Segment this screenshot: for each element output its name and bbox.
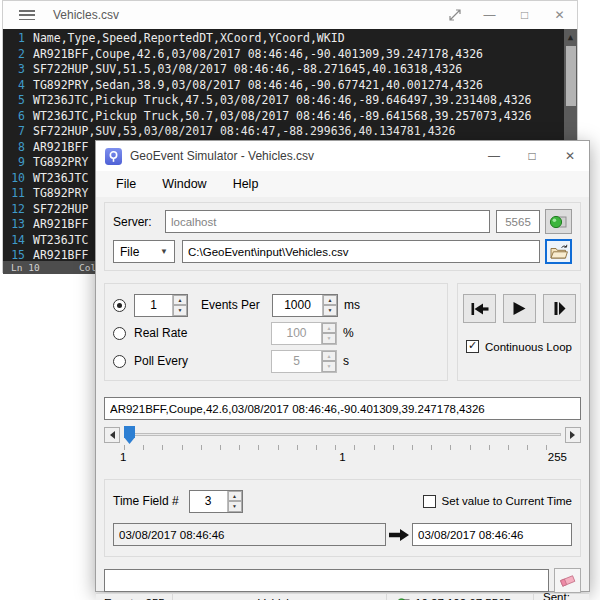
events-count-spinner[interactable]: 1 ▲▼ xyxy=(134,294,188,317)
sim-statusbar: Events: 255 Vehicles 10.27.102.67:5565 S… xyxy=(96,593,589,600)
time-field-label: Time Field # xyxy=(113,494,179,508)
screen: Vehicles.csv ― □ ✕ 1Name,Type,Speed,Repo… xyxy=(0,0,600,600)
maximize-icon[interactable]: □ xyxy=(507,1,542,29)
editor-line: 1Name,Type,Speed,ReportedDT,XCoord,YCoor… xyxy=(3,31,577,47)
editor-line: 2AR921BFF,Coupe,42.6,03/08/2017 08:46:46… xyxy=(3,47,577,63)
server-label: Server: xyxy=(113,215,165,229)
poll-every-label: Poll Every xyxy=(134,354,271,368)
sim-body: Server: File ▼ xyxy=(96,198,589,593)
slider-min-label: 1 xyxy=(120,451,126,463)
step-forward-button[interactable] xyxy=(543,294,576,323)
slider-track[interactable] xyxy=(122,426,563,444)
server-group: Server: File ▼ xyxy=(104,202,581,271)
spinner-down-icon[interactable]: ▼ xyxy=(173,305,187,316)
menu-help[interactable]: Help xyxy=(223,173,269,195)
fullscreen-icon[interactable] xyxy=(437,1,472,29)
status-simulation-name: Vehicles xyxy=(173,594,387,600)
sim-titlebar[interactable]: GeoEvent Simulator - Vehicles.csv ― □ ✕ xyxy=(96,141,589,171)
slider-thumb[interactable] xyxy=(124,426,135,444)
file-path-input[interactable] xyxy=(182,240,540,263)
poll-every-unit: s xyxy=(343,354,349,368)
slider-ticks xyxy=(124,445,561,450)
right-arrow-icon xyxy=(570,431,579,439)
editor-line: 7SF722HUP,SUV,53,03/08/2017 08:46:47,-88… xyxy=(3,124,577,140)
connect-button[interactable] xyxy=(545,209,572,234)
time-to-field[interactable] xyxy=(412,523,572,546)
open-folder-icon xyxy=(550,244,568,259)
maximize-icon[interactable]: □ xyxy=(513,141,551,171)
geoevent-app-icon xyxy=(105,148,122,165)
scrollbar-thumb[interactable] xyxy=(566,46,576,106)
scroll-up-icon[interactable]: ▲ xyxy=(564,29,577,44)
status-sent-count: Sent: 0 xyxy=(534,594,589,600)
real-rate-label: Real Rate xyxy=(134,326,271,340)
spinner-up-icon: ▲ xyxy=(322,323,336,334)
chevron-down-icon: ▼ xyxy=(160,247,168,256)
status-connection: 10.27.102.67:5565 xyxy=(387,594,534,600)
set-current-time-label: Set value to Current Time xyxy=(442,495,572,507)
message-field[interactable] xyxy=(104,569,549,592)
radio-poll-every[interactable] xyxy=(113,355,126,368)
playback-group: Continuous Loop xyxy=(457,283,581,381)
connect-icon xyxy=(549,214,568,230)
minimize-icon[interactable]: ― xyxy=(475,141,513,171)
editor-window-title: Vehicles.csv xyxy=(53,8,119,22)
radio-events-per[interactable] xyxy=(113,299,126,312)
editor-line: 5WT236JTC,Pickup Truck,47.5,03/08/2017 0… xyxy=(3,93,577,109)
server-host-input[interactable] xyxy=(165,210,490,233)
play-button[interactable] xyxy=(503,294,536,323)
step-forward-icon xyxy=(552,301,567,316)
event-preview-field[interactable] xyxy=(104,397,581,420)
eraser-icon xyxy=(559,574,576,587)
spinner-up-icon[interactable]: ▲ xyxy=(228,491,242,502)
event-slider[interactable] xyxy=(104,426,581,444)
hamburger-menu-icon[interactable] xyxy=(19,10,35,20)
time-field-spinner[interactable]: 3 ▲▼ xyxy=(189,490,243,513)
events-per-label: Events Per xyxy=(188,298,272,312)
time-field-group: Time Field # 3 ▲▼ Set value to Current T… xyxy=(104,479,581,557)
minimize-icon[interactable]: ― xyxy=(472,1,507,29)
menu-window[interactable]: Window xyxy=(152,173,216,195)
editor-titlebar: Vehicles.csv ― □ ✕ xyxy=(3,1,577,29)
spinner-down-icon: ▼ xyxy=(322,361,336,372)
skip-to-start-button[interactable] xyxy=(463,294,496,323)
browse-file-button[interactable] xyxy=(545,239,572,264)
connection-status-icon xyxy=(396,597,410,600)
spinner-up-icon[interactable]: ▲ xyxy=(173,295,187,306)
clear-button[interactable] xyxy=(554,568,581,593)
poll-every-spinner: 5 ▲▼ xyxy=(271,350,337,373)
slider-current-label: 1 xyxy=(339,451,345,463)
slider-left-button[interactable] xyxy=(104,427,120,443)
editor-line: 4TG892PRY,Sedan,38.9,03/08/2017 08:46:46… xyxy=(3,78,577,94)
spinner-up-icon[interactable]: ▲ xyxy=(323,295,337,306)
rate-group: 1 ▲▼ Events Per 1000 ▲▼ ms Real Rate xyxy=(104,283,448,381)
sim-menubar: FileWindowHelp xyxy=(96,171,589,198)
interval-spinner[interactable]: 1000 ▲▼ xyxy=(272,294,338,317)
spinner-down-icon[interactable]: ▼ xyxy=(228,501,242,512)
play-icon xyxy=(511,301,527,316)
interval-unit: ms xyxy=(344,298,360,312)
close-icon[interactable]: ✕ xyxy=(551,141,589,171)
skip-to-start-icon xyxy=(470,302,489,316)
server-port-input[interactable] xyxy=(496,210,540,233)
time-from-field[interactable] xyxy=(113,523,386,546)
real-rate-unit: % xyxy=(343,326,354,340)
slider-right-button[interactable] xyxy=(565,427,581,443)
right-arrow-icon xyxy=(389,528,410,542)
set-current-time-checkbox[interactable] xyxy=(423,495,436,508)
status-column: Col xyxy=(79,262,96,273)
source-type-dropdown[interactable]: File ▼ xyxy=(113,240,175,263)
status-events-count: Events: 255 xyxy=(96,594,173,600)
spinner-up-icon: ▲ xyxy=(322,351,336,362)
slider-max-label: 255 xyxy=(548,451,567,463)
sim-window-title: GeoEvent Simulator - Vehicles.csv xyxy=(130,149,314,163)
continuous-loop-checkbox[interactable] xyxy=(466,340,479,353)
editor-line: 3SF722HUP,SUV,51.5,03/08/2017 08:46:46,-… xyxy=(3,62,577,78)
radio-real-rate[interactable] xyxy=(113,327,126,340)
close-icon[interactable]: ✕ xyxy=(542,1,577,29)
real-rate-spinner: 100 ▲▼ xyxy=(271,322,337,345)
geoevent-simulator-window: GeoEvent Simulator - Vehicles.csv ― □ ✕ … xyxy=(95,140,590,592)
menu-file[interactable]: File xyxy=(106,173,146,195)
spinner-down-icon[interactable]: ▼ xyxy=(323,305,337,316)
slider-labels: 1 1 255 xyxy=(118,451,567,466)
